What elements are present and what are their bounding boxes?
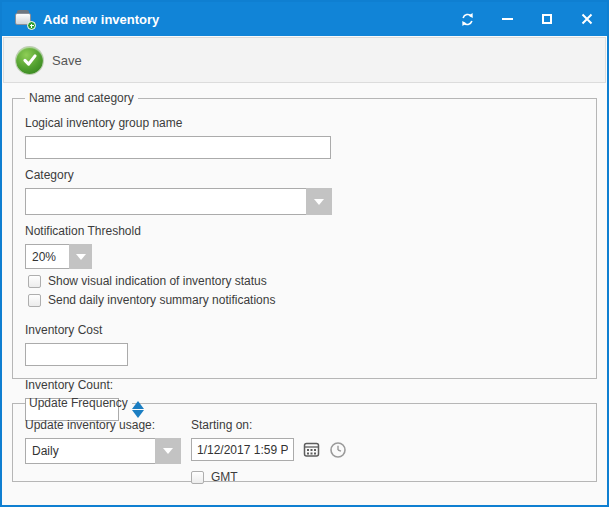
close-button[interactable] <box>579 11 595 27</box>
window-title: Add new inventory <box>43 12 159 27</box>
usage-dropdown-button[interactable] <box>155 438 181 464</box>
toolbar: Save <box>3 37 606 83</box>
minimize-button[interactable] <box>499 11 515 27</box>
usage-label: Update inventory usage: <box>25 418 191 432</box>
spinner-up-icon[interactable] <box>132 401 144 409</box>
refresh-button[interactable] <box>459 11 475 27</box>
minimize-icon <box>502 18 513 20</box>
refresh-icon <box>460 12 475 27</box>
category-dropdown-button[interactable] <box>306 188 332 215</box>
gmt-checkbox[interactable] <box>191 471 204 484</box>
titlebar: Add new inventory <box>2 2 607 36</box>
dialog-content: Name and category Logical inventory grou… <box>2 84 607 482</box>
calendar-picker-button[interactable] <box>303 441 320 458</box>
threshold-combobox-value[interactable]: 20% <box>25 244 69 269</box>
daily-summary-checkbox[interactable] <box>28 294 41 307</box>
usage-combobox-value[interactable]: Daily <box>25 438 155 464</box>
usage-combobox[interactable]: Daily <box>25 438 191 464</box>
save-button-label: Save <box>52 53 82 68</box>
starting-on-row <box>191 438 347 461</box>
maximize-icon <box>542 14 552 24</box>
calendar-icon <box>303 441 320 458</box>
add-inventory-window: Add new inventory <box>0 0 609 507</box>
close-icon <box>581 13 593 25</box>
threshold-combobox[interactable]: 20% <box>25 244 584 269</box>
window-controls <box>459 11 595 27</box>
usage-column: Update inventory usage: Daily <box>25 412 191 484</box>
update-frequency-legend: Update Frequency <box>25 396 132 410</box>
visual-indication-checkbox[interactable] <box>28 275 41 288</box>
inventory-add-icon <box>14 10 34 28</box>
time-picker-button[interactable] <box>329 441 347 459</box>
visual-indication-checkbox-row: Show visual indication of inventory stat… <box>28 274 584 288</box>
gmt-label: GMT <box>211 470 238 484</box>
update-frequency-columns: Update inventory usage: Daily Starting o… <box>25 412 584 484</box>
threshold-dropdown-button[interactable] <box>69 244 92 269</box>
name-category-section: Name and category Logical inventory grou… <box>12 91 597 379</box>
group-name-label: Logical inventory group name <box>25 116 584 130</box>
starting-on-column: Starting on: <box>191 412 347 484</box>
dropdown-arrow-icon <box>163 448 173 454</box>
daily-summary-checkbox-row: Send daily inventory summary notificatio… <box>28 293 584 307</box>
dropdown-arrow-icon <box>76 254 86 260</box>
category-label: Category <box>25 168 584 182</box>
visual-indication-label: Show visual indication of inventory stat… <box>48 274 267 288</box>
name-category-legend: Name and category <box>25 91 138 105</box>
group-name-input[interactable] <box>25 136 331 159</box>
inventory-cost-label: Inventory Cost <box>25 323 584 337</box>
maximize-button[interactable] <box>539 11 555 27</box>
threshold-label: Notification Threshold <box>25 224 584 238</box>
update-frequency-section: Update Frequency Update inventory usage:… <box>12 396 597 482</box>
category-combobox-value[interactable] <box>25 188 306 215</box>
category-combobox[interactable] <box>25 188 584 215</box>
daily-summary-label: Send daily inventory summary notificatio… <box>48 293 275 307</box>
gmt-checkbox-row: GMT <box>191 470 347 484</box>
inventory-count-label: Inventory Count: <box>25 378 584 392</box>
save-button[interactable]: Save <box>10 43 94 78</box>
dropdown-arrow-icon <box>314 199 324 205</box>
save-check-icon <box>16 47 43 74</box>
clock-icon <box>329 441 347 459</box>
starting-on-label: Starting on: <box>191 418 347 432</box>
inventory-cost-input[interactable] <box>25 343 128 366</box>
starting-on-input[interactable] <box>191 438 294 461</box>
